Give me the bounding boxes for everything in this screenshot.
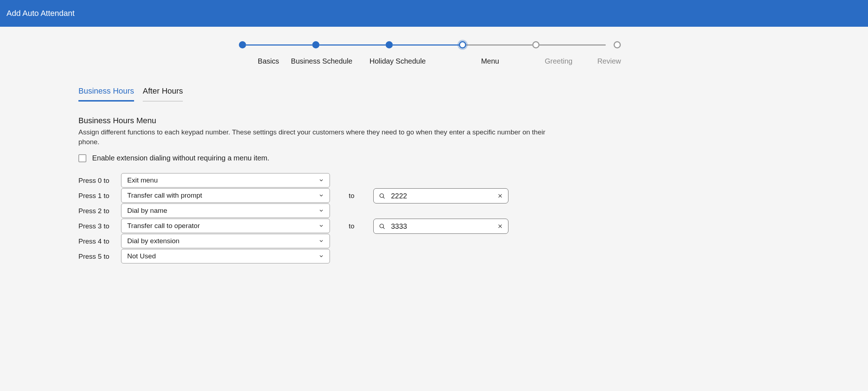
menu-row-0: Press 0 toExit menu — [78, 173, 564, 188]
dropdown-value: Transfer call to operator — [127, 222, 200, 230]
step-label: Menu — [481, 57, 499, 65]
dropdown-value: Not Used — [127, 252, 156, 260]
chevron-down-icon — [319, 254, 324, 259]
step-connector — [393, 44, 459, 46]
svg-line-1 — [383, 197, 384, 198]
dropdown-value: Dial by extension — [127, 237, 180, 245]
action-dropdown-0[interactable]: Exit menu — [121, 173, 330, 188]
menu-row-1: Press 1 toTransfer call with promptto222… — [78, 188, 564, 203]
svg-line-5 — [383, 228, 384, 229]
step-circle — [386, 41, 393, 48]
press-label: Press 4 to — [78, 237, 121, 245]
extension-dialing-checkbox[interactable] — [78, 154, 86, 162]
search-icon — [379, 223, 385, 229]
tab-business-hours[interactable]: Business Hours — [78, 83, 134, 102]
menu-row-5: Press 5 toNot Used — [78, 249, 564, 264]
step-label: Basics — [258, 57, 279, 65]
dropdown-value: Dial by name — [127, 207, 167, 215]
press-label: Press 0 to — [78, 177, 121, 185]
step-holiday-schedule[interactable]: Holiday Schedule — [386, 41, 459, 65]
chevron-down-icon — [319, 208, 324, 213]
to-label: to — [330, 222, 373, 230]
wizard-stepper: BasicsBusiness ScheduleHoliday ScheduleM… — [0, 27, 868, 76]
dropdown-value: Transfer call with prompt — [127, 192, 202, 199]
menu-row-4: Press 4 toDial by extension — [78, 234, 564, 249]
chevron-down-icon — [319, 193, 324, 198]
chevron-down-icon — [319, 239, 324, 244]
svg-point-0 — [380, 194, 384, 198]
svg-point-4 — [380, 224, 384, 228]
action-dropdown-1[interactable]: Transfer call with prompt — [121, 188, 330, 203]
step-circle — [532, 41, 540, 48]
step-connector — [319, 44, 386, 46]
action-dropdown-5[interactable]: Not Used — [121, 249, 330, 263]
step-label: Business Schedule — [291, 57, 352, 65]
action-dropdown-2[interactable]: Dial by name — [121, 203, 330, 218]
chevron-down-icon — [319, 178, 324, 183]
search-icon — [379, 193, 385, 199]
section-title: Business Hours Menu — [78, 116, 564, 125]
step-circle — [459, 41, 466, 48]
step-label: Review — [597, 57, 621, 65]
step-label: Greeting — [545, 57, 572, 65]
page-header: Add Auto Attendant — [0, 0, 868, 27]
step-menu[interactable]: Menu — [459, 41, 532, 65]
step-circle — [614, 41, 621, 48]
menu-row-2: Press 2 toDial by name — [78, 203, 564, 219]
page-title: Add Auto Attendant — [7, 9, 74, 18]
action-dropdown-3[interactable]: Transfer call to operator — [121, 219, 330, 233]
step-connector — [466, 44, 532, 46]
press-label: Press 1 to — [78, 192, 121, 200]
clear-icon[interactable] — [497, 193, 503, 199]
menu-row-3: Press 3 toTransfer call to operatorto333… — [78, 219, 564, 234]
extension-dialing-label: Enable extension dialing without requiri… — [92, 154, 269, 162]
menu-rows: Press 0 toExit menuPress 1 toTransfer ca… — [78, 173, 564, 264]
section-description: Assign different functions to each keypa… — [78, 128, 564, 147]
to-label: to — [330, 192, 373, 200]
tabs: Business HoursAfter Hours — [78, 83, 564, 102]
step-connector — [246, 44, 312, 46]
step-greeting[interactable]: Greeting — [532, 41, 606, 65]
chevron-down-icon — [319, 223, 324, 228]
press-label: Press 2 to — [78, 207, 121, 215]
target-input-3[interactable]: 3333 — [373, 219, 508, 234]
step-circle — [239, 41, 246, 48]
action-dropdown-4[interactable]: Dial by extension — [121, 234, 330, 248]
clear-icon[interactable] — [497, 223, 503, 229]
press-label: Press 3 to — [78, 222, 121, 230]
step-review[interactable]: Review — [606, 41, 629, 65]
target-value: 3333 — [391, 222, 491, 231]
step-label: Holiday Schedule — [370, 57, 426, 65]
extension-dialing-row: Enable extension dialing without requiri… — [78, 154, 564, 162]
step-circle — [312, 41, 319, 48]
target-input-1[interactable]: 2222 — [373, 188, 508, 203]
tab-after-hours[interactable]: After Hours — [143, 83, 183, 102]
step-connector — [540, 44, 606, 46]
target-value: 2222 — [391, 192, 491, 200]
dropdown-value: Exit menu — [127, 176, 158, 184]
press-label: Press 5 to — [78, 253, 121, 261]
